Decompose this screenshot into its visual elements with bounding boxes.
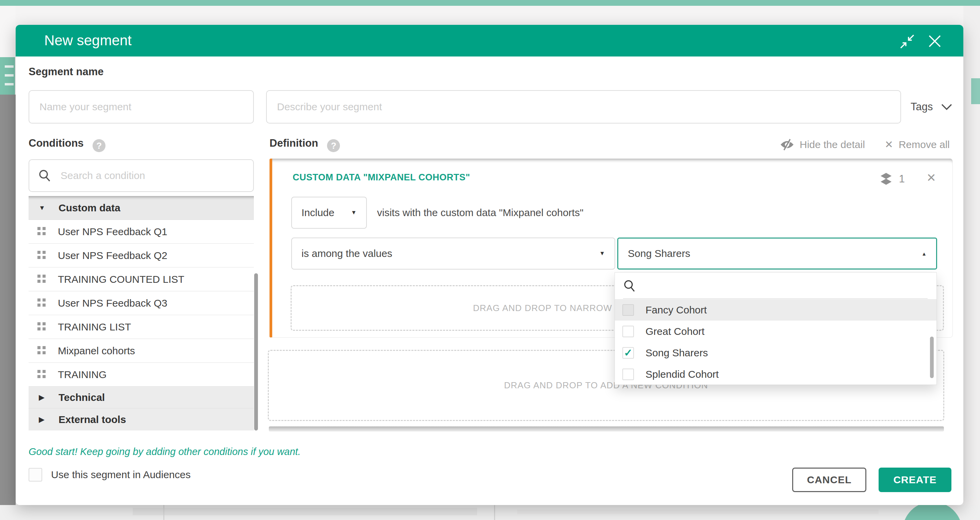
progress-hint: Good start! Keep going by adding other c… xyxy=(29,446,301,457)
hamburger-icon xyxy=(5,65,14,68)
segment-name-label: Segment name xyxy=(29,66,104,78)
condition-card-title: CUSTOM DATA "MIXPANEL COHORTS" xyxy=(293,172,470,183)
condition-search-input[interactable] xyxy=(60,170,244,182)
eye-slash-icon xyxy=(780,139,794,150)
definition-utilities: Hide the detail ✕ Remove all xyxy=(780,138,950,150)
divider xyxy=(163,505,164,520)
dimmed-panel xyxy=(517,509,878,514)
condition-item[interactable]: User NPS Feedback Q2 xyxy=(29,244,254,267)
group-label: Custom data xyxy=(59,202,121,214)
value-dropdown-panel: Fancy Cohort Great Cohort ✓ Song Sharers… xyxy=(614,272,937,385)
drag-handle-icon xyxy=(37,299,47,308)
option-fancy-cohort[interactable]: Fancy Cohort xyxy=(615,299,937,321)
definition-scroll-shadow xyxy=(269,426,944,431)
conditions-scrollbar[interactable] xyxy=(254,273,258,431)
condition-stack: 1 xyxy=(880,172,905,186)
divider xyxy=(494,505,495,520)
checkbox-unchecked[interactable] xyxy=(622,326,634,337)
checkbox-checked[interactable]: ✓ xyxy=(622,347,634,359)
group-external-tools[interactable]: ▶ External tools xyxy=(29,409,254,431)
checkbox-unchecked[interactable] xyxy=(622,304,634,316)
group-custom-data[interactable]: ▼ Custom data xyxy=(29,196,254,220)
condition-item[interactable]: TRAINING xyxy=(29,363,254,386)
caret-down-icon: ▼ xyxy=(39,204,47,211)
dimmed-sidebar xyxy=(0,95,16,520)
dimmed-sidebar-toggle xyxy=(0,57,15,95)
tags-label: Tags xyxy=(911,101,933,113)
tags-dropdown[interactable]: Tags xyxy=(911,90,953,124)
condition-item[interactable]: Mixpanel cohorts xyxy=(29,339,254,363)
drag-handle-icon xyxy=(37,251,47,260)
chevron-down-icon xyxy=(941,103,953,111)
include-select[interactable]: Include ▼ xyxy=(291,197,367,229)
dimmed-page-bottom xyxy=(0,505,980,520)
option-song-sharers[interactable]: ✓ Song Sharers xyxy=(615,342,937,363)
conditions-list: ▼ Custom data User NPS Feedback Q1 User … xyxy=(29,196,254,431)
dimmed-app-header-edge xyxy=(0,6,16,57)
group-technical[interactable]: ▶ Technical xyxy=(29,386,254,409)
group-label: External tools xyxy=(59,414,126,425)
audiences-checkbox[interactable] xyxy=(29,468,42,482)
include-label: Include xyxy=(301,207,334,218)
close-icon: ✕ xyxy=(885,138,893,150)
condition-search xyxy=(29,159,254,192)
segment-description-input[interactable] xyxy=(266,90,901,124)
operator-label: is among the values xyxy=(301,248,392,259)
dimmed-page-accent xyxy=(971,78,980,104)
caret-down-icon: ▼ xyxy=(351,209,356,216)
caret-up-icon: ▲ xyxy=(921,251,927,257)
drag-handle-icon xyxy=(37,275,47,284)
value-label: Song Sharers xyxy=(628,248,690,259)
dropdown-scrollbar[interactable] xyxy=(930,337,934,378)
help-icon[interactable]: ? xyxy=(92,139,105,152)
caret-down-icon: ▼ xyxy=(599,250,605,257)
remove-all-label: Remove all xyxy=(899,139,950,150)
value-options: Fancy Cohort Great Cohort ✓ Song Sharers… xyxy=(615,299,937,385)
condition-item[interactable]: User NPS Feedback Q3 xyxy=(29,291,254,315)
new-segment-modal: New segment Segment name Tags Conditio xyxy=(16,25,963,505)
dimmed-panel xyxy=(133,508,477,515)
option-great-cohort[interactable]: Great Cohort xyxy=(615,321,937,342)
cancel-button[interactable]: CANCEL xyxy=(792,468,866,492)
drag-handle-icon xyxy=(37,346,47,356)
group-label: Technical xyxy=(59,392,105,403)
operator-select[interactable]: is among the values ▼ xyxy=(291,237,615,270)
condition-item[interactable]: TRAINING LIST xyxy=(29,315,254,339)
modal-title: New segment xyxy=(44,32,132,49)
caret-right-icon: ▶ xyxy=(39,415,47,424)
help-icon[interactable]: ? xyxy=(327,139,340,152)
drag-handle-icon xyxy=(37,322,47,332)
caret-right-icon: ▶ xyxy=(39,393,47,402)
remove-all-button[interactable]: ✕ Remove all xyxy=(885,138,950,150)
close-icon[interactable] xyxy=(927,34,942,49)
condition-item[interactable]: User NPS Feedback Q1 xyxy=(29,220,254,244)
app-stage: New segment Segment name Tags Conditio xyxy=(0,0,980,520)
audiences-label: Use this segment in Audiences xyxy=(51,469,191,480)
search-icon xyxy=(38,169,51,182)
checkbox-unchecked[interactable] xyxy=(622,369,634,380)
audiences-row: Use this segment in Audiences xyxy=(29,468,191,482)
collapse-icon[interactable] xyxy=(899,34,915,49)
value-select[interactable]: Song Sharers ▲ xyxy=(617,237,937,270)
stack-count: 1 xyxy=(899,173,905,185)
check-icon: ✓ xyxy=(624,348,632,358)
definition-header: Definition ? xyxy=(269,137,340,152)
hide-detail-label: Hide the detail xyxy=(800,139,865,150)
modal-header: New segment xyxy=(16,25,963,57)
condition-item[interactable]: TRAINING COUNTED LIST xyxy=(29,267,254,291)
conditions-label: Conditions xyxy=(29,137,84,149)
condition-description: visits with the custom data "Mixpanel co… xyxy=(377,197,584,229)
conditions-header: Conditions ? xyxy=(29,137,105,152)
drag-handle-icon xyxy=(37,227,47,237)
drag-handle-icon xyxy=(37,370,47,380)
segment-name-input[interactable] xyxy=(29,90,254,124)
dimmed-app-topbar xyxy=(0,0,980,6)
definition-label: Definition xyxy=(269,137,318,149)
create-button[interactable]: CREATE xyxy=(878,468,951,492)
remove-condition-icon[interactable]: ✕ xyxy=(927,171,937,184)
hide-detail-button[interactable]: Hide the detail xyxy=(780,139,865,150)
layers-icon xyxy=(880,172,892,186)
option-splendid-cohort[interactable]: Splendid Cohort xyxy=(615,363,937,385)
search-icon xyxy=(623,279,637,293)
